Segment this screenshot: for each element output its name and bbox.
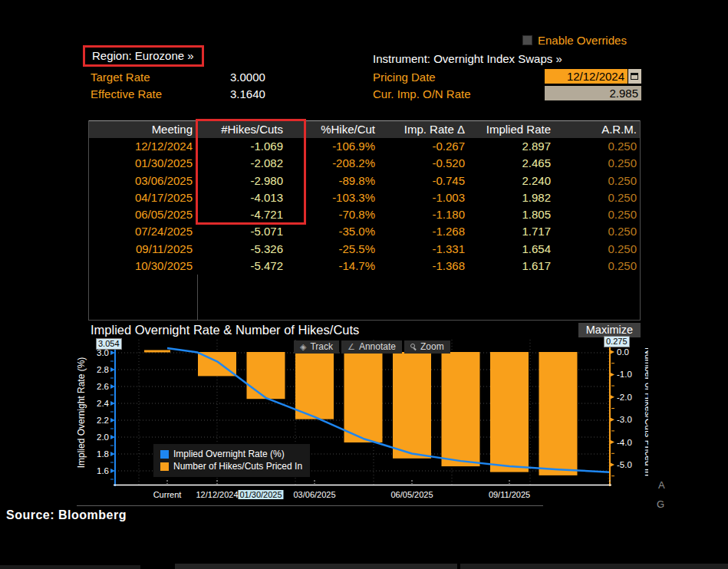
- table-cell: 2.465: [468, 155, 554, 172]
- table-cell: -4.721: [196, 206, 286, 223]
- pricing-date-input[interactable]: 12/12/2024: [545, 69, 628, 84]
- table-cell: -1.180: [378, 206, 468, 223]
- svg-text:-3.0: -3.0: [617, 415, 632, 424]
- enable-overrides-checkbox[interactable]: [522, 35, 532, 45]
- x-label: 03/06/2025: [293, 490, 335, 499]
- table-cell: -0.267: [378, 138, 468, 155]
- zoom-button[interactable]: Zoom: [404, 340, 450, 354]
- zoom-icon: [410, 344, 417, 350]
- region-selector[interactable]: Region: Eurozone »: [83, 45, 204, 67]
- table-cell: -1.003: [378, 189, 468, 206]
- taskbar-segment: [175, 564, 457, 569]
- calendar-button[interactable]: [628, 69, 641, 84]
- side-letter-a: A: [658, 479, 665, 491]
- column-header-4[interactable]: Implied Rate: [468, 121, 554, 138]
- svg-text:-5.0: -5.0: [617, 460, 632, 469]
- table-cell: -4.013: [196, 189, 286, 206]
- taskbar-segment: [460, 564, 728, 569]
- table-cell: 0.250: [554, 155, 640, 172]
- legend-item: Implied Overnight Rate (%): [160, 448, 302, 460]
- table-cell: -14.7%: [286, 258, 378, 275]
- enable-overrides-control: Enable Overrides: [522, 34, 627, 47]
- track-button[interactable]: ◈ Track: [294, 340, 339, 354]
- table-row[interactable]: 10/30/2025-5.472-14.7%-1.3681.6170.250: [89, 258, 640, 275]
- table-cell: -5.071: [196, 223, 286, 240]
- table-cell: 1.805: [468, 206, 554, 223]
- svg-text:Implied Overnight Rate (%): Implied Overnight Rate (%): [77, 357, 87, 469]
- x-label: 06/05/2025: [390, 490, 433, 499]
- table-cell: -2.082: [196, 155, 286, 172]
- x-label: Current: [153, 490, 182, 499]
- bloomberg-wirp-screen: Enable Overrides Region: Eurozone » Inst…: [0, 0, 728, 569]
- track-label: Track: [310, 341, 333, 352]
- column-header-3[interactable]: Imp. Rate Δ: [378, 121, 468, 138]
- table-cell: 0.250: [554, 258, 640, 275]
- table-cell: -25.5%: [286, 241, 378, 258]
- pricing-date-label: Pricing Date: [373, 71, 436, 84]
- meetings-table: Meeting#Hikes/Cuts%Hike/CutImp. Rate ΔIm…: [88, 120, 641, 321]
- instrument-selector[interactable]: Instrument: Overnight Index Swaps »: [373, 52, 562, 65]
- legend-swatch: [160, 450, 169, 459]
- table-cell: 06/05/2025: [89, 206, 196, 223]
- effective-rate-label: Effective Rate: [91, 87, 162, 100]
- legend-label: Number of Hikes/Cuts Priced In: [173, 460, 302, 472]
- x-label: 09/11/2025: [489, 490, 530, 499]
- cur-imp-rate-input[interactable]: 2.985: [545, 86, 641, 100]
- table-cell: 03/06/2025: [89, 173, 196, 189]
- table-cell: 0.250: [554, 223, 640, 240]
- column-header-5[interactable]: A.R.M.: [554, 121, 640, 138]
- svg-text:-2.0: -2.0: [617, 393, 632, 402]
- table-cell: 2.897: [468, 138, 554, 155]
- source-caption: Source: Bloomberg: [6, 508, 127, 522]
- table-row[interactable]: 12/12/2024-1.069-106.9%-0.2672.8970.250: [89, 138, 640, 155]
- table-cell: 0.250: [554, 206, 640, 223]
- table-cell: 0.250: [554, 241, 640, 258]
- table-row[interactable]: 09/11/2025-5.326-25.5%-1.3311.6540.250: [89, 241, 640, 258]
- legend-item: Number of Hikes/Cuts Priced In: [160, 460, 302, 472]
- right-axis-current-marker: 0.275: [604, 336, 630, 347]
- table-row[interactable]: 07/24/2025-5.071-35.0%-1.2681.7170.250: [89, 223, 640, 240]
- svg-text:2.4: 2.4: [97, 399, 110, 408]
- track-icon: ◈: [300, 342, 306, 352]
- table-cell: 0.250: [554, 173, 640, 189]
- annotate-label: Annotate: [359, 341, 396, 352]
- table-cell: -103.3%: [286, 189, 378, 206]
- legend-label: Implied Overnight Rate (%): [173, 448, 285, 460]
- table-header-row: Meeting#Hikes/Cuts%Hike/CutImp. Rate ΔIm…: [89, 120, 640, 138]
- chart-toolbar: ◈ Track ∠ Annotate Zoom: [294, 340, 450, 354]
- table-cell: -2.980: [196, 173, 286, 189]
- table-cell: -1.069: [196, 138, 286, 155]
- legend-swatch: [160, 462, 169, 471]
- table-row[interactable]: 03/06/2025-2.980-89.8%-0.7452.2400.250: [89, 173, 640, 189]
- svg-text:Number of Hikes/Cuts Priced In: Number of Hikes/Cuts Priced In: [643, 347, 648, 476]
- column-header-1[interactable]: #Hikes/Cuts: [196, 121, 286, 138]
- table-cell: -70.8%: [286, 206, 378, 223]
- table-cell: 0.250: [554, 138, 640, 155]
- effective-rate-value: 3.1640: [230, 87, 265, 100]
- svg-text:2.2: 2.2: [97, 416, 109, 425]
- table-cell: -106.9%: [286, 138, 378, 155]
- table-row[interactable]: 01/30/2025-2.082-208.2%-0.5202.4650.250: [89, 155, 640, 172]
- table-cell: -0.520: [378, 155, 468, 172]
- table-cell: 01/30/2025: [89, 155, 196, 172]
- x-label-highlighted[interactable]: 01/30/2025: [238, 490, 283, 499]
- table-cell: 09/11/2025: [89, 241, 196, 258]
- table-cell: -89.8%: [286, 173, 378, 189]
- x-label: 12/12/2024: [196, 490, 238, 499]
- table-row[interactable]: 06/05/2025-4.721-70.8%-1.1801.8050.250: [89, 206, 640, 223]
- svg-text:1.8: 1.8: [97, 449, 109, 459]
- table-cell: -1.268: [378, 223, 468, 240]
- table-cell: -1.368: [378, 258, 468, 275]
- column-header-0[interactable]: Meeting: [89, 121, 196, 138]
- column-header-2[interactable]: %Hike/Cut: [286, 121, 378, 138]
- table-row[interactable]: 04/17/2025-4.013-103.3%-1.0031.9820.250: [89, 189, 640, 206]
- target-rate-value: 3.0000: [230, 71, 265, 84]
- enable-overrides-label: Enable Overrides: [538, 34, 627, 47]
- annotate-button[interactable]: ∠ Annotate: [341, 340, 402, 354]
- table-cell: 04/17/2025: [89, 189, 196, 206]
- chart-legend: Implied Overnight Rate (%)Number of Hike…: [153, 444, 310, 477]
- table-cell: 12/12/2024: [89, 138, 196, 155]
- table-cell: -35.0%: [286, 223, 378, 240]
- taskbar-segment: [0, 565, 140, 569]
- table-body: 12/12/2024-1.069-106.9%-0.2672.8970.2500…: [89, 138, 640, 275]
